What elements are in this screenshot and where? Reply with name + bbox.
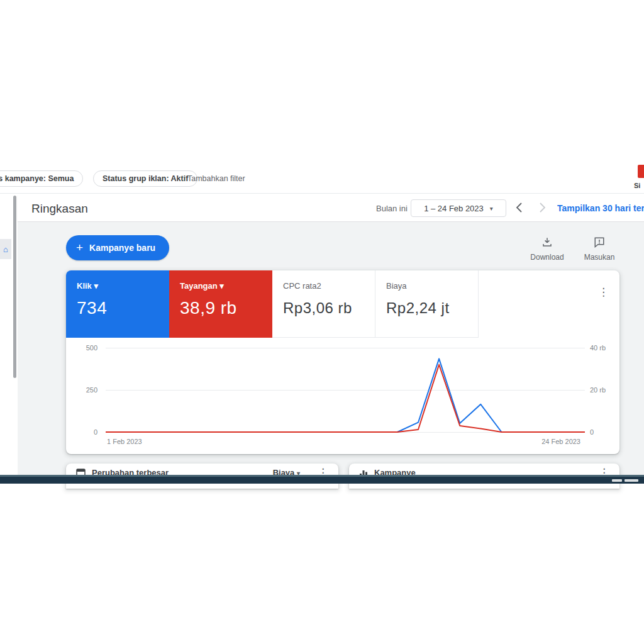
scorecard-value: Rp3,06 rb [283,299,375,317]
page-header: Ringkasan Bulan ini 1 – 24 Feb 2023 ▾ Ta… [18,195,644,222]
date-range-selector[interactable]: 1 – 24 Feb 2023 ▾ [411,199,506,217]
chart-lines [106,344,585,436]
home-icon: ⌂ [3,245,8,254]
right-axis-tick: 0 [590,428,619,436]
left-axis-tick: 250 [66,386,97,394]
summary-chart-card: Klik ▾ 734 Tayangan ▾ 38,9 rb CPC rata2 … [66,270,619,454]
scorecard-label: CPC rata2 [283,281,375,291]
scorecard-value: 734 [77,298,169,318]
scorecard-cpc[interactable]: CPC rata2 Rp3,06 rb [272,270,375,338]
add-filter-button[interactable]: Tambahkan filter [187,174,245,183]
filter-chip-campaign-status[interactable]: Status kampanye: Semua [0,170,83,187]
page-title: Ringkasan [31,202,88,216]
scorecard-value: 38,9 rb [180,298,272,318]
feedback-button[interactable]: Masukan [577,236,621,262]
series-line-tayangan [106,365,585,432]
scorecard-label: Klik [77,281,92,291]
feedback-icon [594,236,605,248]
show-last-30-days-link[interactable]: Tampilkan 30 hari terak [557,203,644,213]
x-axis-label-end: 24 Feb 2023 [494,438,580,445]
download-label: Download [525,253,569,262]
left-nav-rail: ⌂ [0,195,18,475]
bar-overlay-mark [625,479,638,482]
new-campaign-button[interactable]: + Kampanye baru [66,235,169,260]
download-icon [541,236,553,248]
video-progress-bar [0,475,644,484]
feedback-label: Masukan [577,253,621,262]
next-period-button[interactable] [536,200,548,215]
scorecard-label: Tayangan [180,281,218,291]
chevron-down-icon: ▾ [490,205,493,212]
download-button[interactable]: Download [525,236,569,262]
new-campaign-label: Kampanye baru [89,243,155,253]
previous-period-button[interactable] [513,200,526,215]
date-range-value: 1 – 24 Feb 2023 [424,204,484,213]
x-axis-label-start: 1 Feb 2023 [107,438,142,445]
scorecard-biaya[interactable]: Biaya Rp2,24 jt [375,270,479,338]
plus-icon: + [76,241,83,255]
card-menu-kebab-icon[interactable]: ⋮ [598,287,609,297]
scorecard-value: Rp2,24 jt [386,299,478,317]
cutoff-label: Si [634,182,640,189]
bar-overlay-mark [612,479,622,482]
scorecard-klik[interactable]: Klik ▾ 734 [66,270,169,338]
right-axis-tick: 40 rb [590,344,619,352]
cutoff-red-button[interactable] [638,165,644,178]
chevron-down-icon: ▾ [94,281,98,291]
vertical-scrollbar[interactable] [13,196,16,378]
date-period-label: Bulan ini [376,204,408,213]
filter-chip-adgroup-status[interactable]: Status grup iklan: Aktif [93,170,197,187]
chevron-down-icon: ▾ [219,281,224,291]
google-ads-overview-page: Status kampanye: Semua Status grup iklan… [0,0,644,644]
right-axis-tick: 20 rb [590,386,619,394]
left-axis-tick: 500 [66,344,97,352]
sidebar-item-overview[interactable]: ⌂ [0,239,11,259]
scorecard-tayangan[interactable]: Tayangan ▾ 38,9 rb [169,270,272,338]
scorecard-label: Biaya [386,281,478,291]
left-axis-tick: 0 [66,428,97,436]
divider [0,193,644,194]
series-line-klik [106,358,585,432]
